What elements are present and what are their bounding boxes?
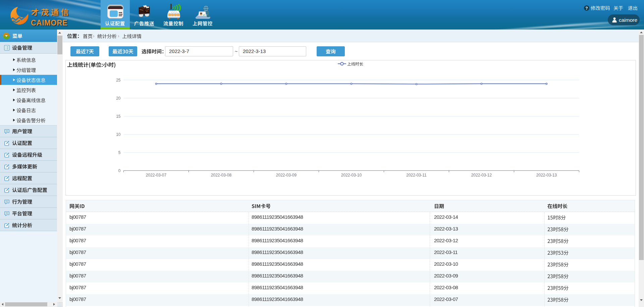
svg-text:2022-03-11: 2022-03-11 — [406, 173, 427, 177]
svg-text:2022-03-12: 2022-03-12 — [471, 173, 492, 177]
svg-text:2022-03-13: 2022-03-13 — [536, 173, 557, 177]
svg-text:2022-03-09: 2022-03-09 — [276, 173, 297, 177]
svg-text:5: 5 — [118, 150, 121, 155]
svg-text:0: 0 — [118, 168, 121, 173]
svg-text:2022-03-10: 2022-03-10 — [341, 173, 362, 177]
svg-text:2022-03-07: 2022-03-07 — [146, 173, 167, 177]
svg-text:15: 15 — [116, 114, 121, 119]
svg-text:2022-03-08: 2022-03-08 — [211, 173, 232, 177]
svg-text:25: 25 — [116, 78, 121, 83]
svg-text:10: 10 — [116, 132, 121, 137]
svg-text:20: 20 — [116, 96, 121, 101]
